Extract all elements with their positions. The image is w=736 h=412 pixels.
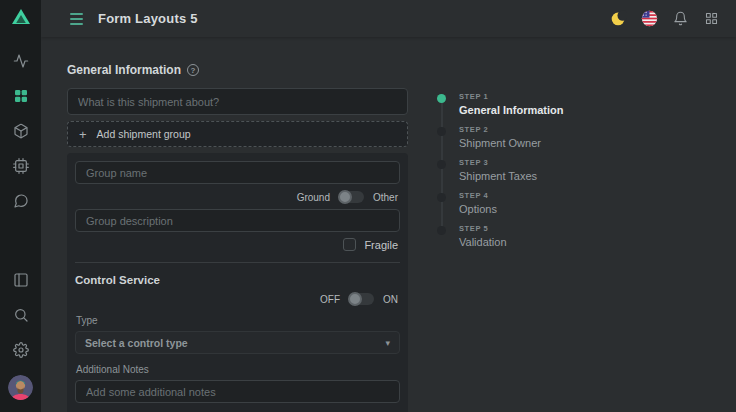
sidebar-nav-bottom [0,264,41,412]
chevron-down-icon: ▾ [385,338,390,348]
group-description-input[interactable] [75,209,400,232]
sidebar-item-forms[interactable] [0,80,41,115]
step-1-general-information[interactable]: STEP 1 General Information [437,92,564,125]
off-label: OFF [320,294,340,305]
menu-hamburger-icon[interactable] [68,9,85,29]
step-3-shipment-taxes[interactable]: STEP 3 Shipment Taxes [437,158,564,191]
add-shipment-group-button[interactable]: + Add shipment group [67,121,408,147]
step-dot [437,193,446,202]
settings-gear-icon [13,342,29,362]
theme-moon-icon[interactable] [609,10,627,28]
sidebar-search-button[interactable] [0,299,41,334]
activity-icon [13,53,29,73]
group-name-input[interactable] [75,161,400,184]
sidebar-nav-top [0,45,41,220]
ground-label: Ground [297,192,330,203]
fragile-checkbox[interactable] [343,238,356,251]
cube-icon [13,123,29,143]
sidebar-item-dashboard[interactable] [0,45,41,80]
cpu-icon [13,158,29,178]
apps-grid-icon[interactable] [702,10,720,28]
wizard-stepper: STEP 1 General Information STEP 2 Shipme… [437,92,564,257]
search-icon [13,307,29,327]
sidebar-item-components[interactable] [0,115,41,150]
control-service-title: Control Service [75,274,400,286]
help-question-icon[interactable]: ? [187,64,199,76]
control-type-select[interactable]: Select a control type ▾ [75,331,400,354]
other-label: Other [373,192,398,203]
user-avatar[interactable] [8,375,33,400]
step-dot [437,160,446,169]
section-title: General Information [67,63,181,77]
step-label: STEP 4 [459,191,497,200]
off-on-toggle-row: OFF ON [75,293,398,305]
step-label: STEP 1 [459,92,564,101]
page-title: Form Layouts 5 [98,11,198,26]
top-header: Form Layouts 5 [41,0,736,37]
fragile-row: Fragile [75,238,398,251]
sidebar-settings-button[interactable] [0,334,41,369]
step-2-shipment-owner[interactable]: STEP 2 Shipment Owner [437,125,564,158]
ground-other-toggle[interactable] [339,191,364,203]
step-title: Shipment Owner [459,137,541,149]
layout-panel-icon [13,272,29,292]
step-title: Shipment Taxes [459,170,537,182]
step-dot [437,94,446,103]
step-title: General Information [459,104,564,116]
sidebar-toggle-layout[interactable] [0,264,41,299]
language-flag-us-icon[interactable] [640,10,658,28]
control-type-value: Select a control type [85,337,188,349]
on-label: ON [383,294,398,305]
fragile-label: Fragile [364,239,398,251]
keypad-grid-icon [13,88,29,108]
logo-triangle-icon [10,6,32,32]
shipment-group-card: Ground Other Fragile Control Service OFF… [67,153,408,412]
step-title: Validation [459,236,507,248]
app-logo[interactable] [0,0,41,37]
step-dot [437,226,446,235]
step-label: STEP 2 [459,125,541,134]
notifications-bell-icon[interactable] [671,10,689,28]
shipment-about-input[interactable] [67,88,408,115]
step-label: STEP 3 [459,158,537,167]
step-5-validation[interactable]: STEP 5 Validation [437,224,564,257]
additional-notes-input[interactable] [75,380,400,403]
sidebar-item-messages[interactable] [0,185,41,220]
step-4-options[interactable]: STEP 4 Options [437,191,564,224]
type-label: Type [76,315,400,326]
chat-bubble-icon [13,193,29,213]
step-label: STEP 5 [459,224,507,233]
off-on-toggle[interactable] [349,293,374,305]
sidebar [0,0,41,412]
sidebar-item-extra[interactable] [0,150,41,185]
card-divider [75,262,400,263]
step-title: Options [459,203,497,215]
form-layouts-main: General Information ? + Add shipment gro… [67,63,408,412]
ground-other-toggle-row: Ground Other [75,191,398,203]
add-shipment-group-label: Add shipment group [97,128,191,140]
header-actions [609,10,736,28]
step-dot [437,127,446,136]
plus-icon: + [79,128,87,141]
additional-notes-label: Additional Notes [76,364,400,375]
section-title-row: General Information ? [67,63,408,77]
